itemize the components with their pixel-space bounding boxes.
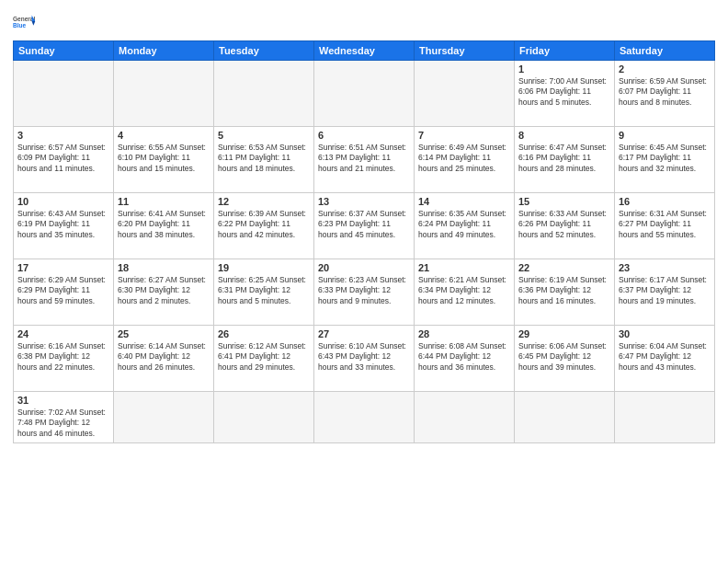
day-cell: 20Sunrise: 6:23 AM Sunset: 6:33 PM Dayli… xyxy=(314,259,415,326)
day-info: Sunrise: 6:35 AM Sunset: 6:24 PM Dayligh… xyxy=(418,209,510,240)
day-info: Sunrise: 6:25 AM Sunset: 6:31 PM Dayligh… xyxy=(218,275,310,306)
day-info: Sunrise: 6:59 AM Sunset: 6:07 PM Dayligh… xyxy=(619,76,711,108)
weekday-header-row: SundayMondayTuesdayWednesdayThursdayFrid… xyxy=(14,41,715,61)
day-info: Sunrise: 6:17 AM Sunset: 6:37 PM Dayligh… xyxy=(619,275,711,306)
day-cell xyxy=(214,61,314,127)
day-info: Sunrise: 7:00 AM Sunset: 6:06 PM Dayligh… xyxy=(518,76,610,108)
week-row-5: 24Sunrise: 6:16 AM Sunset: 6:38 PM Dayli… xyxy=(14,326,715,392)
day-cell: 24Sunrise: 6:16 AM Sunset: 6:38 PM Dayli… xyxy=(14,326,114,392)
day-info: Sunrise: 6:12 AM Sunset: 6:41 PM Dayligh… xyxy=(218,341,310,373)
day-number: 5 xyxy=(218,130,310,141)
weekday-saturday: Saturday xyxy=(615,41,715,61)
day-cell: 2Sunrise: 6:59 AM Sunset: 6:07 PM Daylig… xyxy=(615,61,715,127)
day-cell: 17Sunrise: 6:29 AM Sunset: 6:29 PM Dayli… xyxy=(14,259,114,326)
day-cell: 11Sunrise: 6:41 AM Sunset: 6:20 PM Dayli… xyxy=(114,193,214,259)
calendar-table: SundayMondayTuesdayWednesdayThursdayFrid… xyxy=(13,40,715,443)
day-number: 19 xyxy=(218,262,310,273)
day-cell: 12Sunrise: 6:39 AM Sunset: 6:22 PM Dayli… xyxy=(214,193,314,259)
day-info: Sunrise: 6:29 AM Sunset: 6:29 PM Dayligh… xyxy=(17,275,109,306)
day-cell xyxy=(214,392,314,443)
weekday-tuesday: Tuesday xyxy=(214,41,314,61)
day-number: 8 xyxy=(518,130,610,141)
day-info: Sunrise: 6:39 AM Sunset: 6:22 PM Dayligh… xyxy=(218,209,310,240)
day-info: Sunrise: 6:27 AM Sunset: 6:30 PM Dayligh… xyxy=(118,275,210,306)
day-cell: 8Sunrise: 6:47 AM Sunset: 6:16 PM Daylig… xyxy=(515,127,615,193)
day-cell: 18Sunrise: 6:27 AM Sunset: 6:30 PM Dayli… xyxy=(114,259,214,326)
day-cell: 28Sunrise: 6:08 AM Sunset: 6:44 PM Dayli… xyxy=(415,326,515,392)
day-info: Sunrise: 6:47 AM Sunset: 6:16 PM Dayligh… xyxy=(518,143,610,174)
day-cell: 31Sunrise: 7:02 AM Sunset: 7:48 PM Dayli… xyxy=(14,392,114,443)
day-cell: 26Sunrise: 6:12 AM Sunset: 6:41 PM Dayli… xyxy=(214,326,314,392)
day-number: 24 xyxy=(17,328,109,339)
day-info: Sunrise: 6:10 AM Sunset: 6:43 PM Dayligh… xyxy=(318,341,410,373)
day-number: 29 xyxy=(518,328,610,339)
day-cell xyxy=(314,392,415,443)
day-cell: 27Sunrise: 6:10 AM Sunset: 6:43 PM Dayli… xyxy=(314,326,415,392)
day-info: Sunrise: 6:41 AM Sunset: 6:20 PM Dayligh… xyxy=(118,209,210,240)
day-cell: 3Sunrise: 6:57 AM Sunset: 6:09 PM Daylig… xyxy=(14,127,114,193)
day-info: Sunrise: 6:23 AM Sunset: 6:33 PM Dayligh… xyxy=(318,275,410,306)
day-number: 17 xyxy=(17,262,109,273)
week-row-1: 1Sunrise: 7:00 AM Sunset: 6:06 PM Daylig… xyxy=(14,61,715,127)
weekday-wednesday: Wednesday xyxy=(314,41,415,61)
day-number: 16 xyxy=(619,196,711,207)
day-cell: 30Sunrise: 6:04 AM Sunset: 6:47 PM Dayli… xyxy=(615,326,715,392)
weekday-sunday: Sunday xyxy=(14,41,114,61)
day-number: 28 xyxy=(418,328,510,339)
svg-marker-3 xyxy=(32,21,36,26)
day-info: Sunrise: 6:16 AM Sunset: 6:38 PM Dayligh… xyxy=(17,341,109,373)
day-info: Sunrise: 6:19 AM Sunset: 6:36 PM Dayligh… xyxy=(518,275,610,306)
day-info: Sunrise: 6:21 AM Sunset: 6:34 PM Dayligh… xyxy=(418,275,510,306)
week-row-2: 3Sunrise: 6:57 AM Sunset: 6:09 PM Daylig… xyxy=(14,127,715,193)
day-number: 4 xyxy=(118,130,210,141)
day-info: Sunrise: 6:43 AM Sunset: 6:19 PM Dayligh… xyxy=(17,209,109,240)
day-cell: 15Sunrise: 6:33 AM Sunset: 6:26 PM Dayli… xyxy=(515,193,615,259)
day-info: Sunrise: 6:53 AM Sunset: 6:11 PM Dayligh… xyxy=(218,143,310,174)
day-cell: 1Sunrise: 7:00 AM Sunset: 6:06 PM Daylig… xyxy=(515,61,615,127)
day-number: 10 xyxy=(17,196,109,207)
day-info: Sunrise: 7:02 AM Sunset: 7:48 PM Dayligh… xyxy=(17,408,109,439)
day-cell: 5Sunrise: 6:53 AM Sunset: 6:11 PM Daylig… xyxy=(214,127,314,193)
day-cell xyxy=(415,392,515,443)
day-cell: 19Sunrise: 6:25 AM Sunset: 6:31 PM Dayli… xyxy=(214,259,314,326)
day-info: Sunrise: 6:31 AM Sunset: 6:27 PM Dayligh… xyxy=(619,209,711,240)
header: GeneralBlue xyxy=(13,9,715,35)
day-cell xyxy=(314,61,415,127)
day-number: 21 xyxy=(418,262,510,273)
day-cell: 16Sunrise: 6:31 AM Sunset: 6:27 PM Dayli… xyxy=(615,193,715,259)
day-cell xyxy=(515,392,615,443)
day-cell: 23Sunrise: 6:17 AM Sunset: 6:37 PM Dayli… xyxy=(615,259,715,326)
day-cell: 10Sunrise: 6:43 AM Sunset: 6:19 PM Dayli… xyxy=(14,193,114,259)
day-info: Sunrise: 6:51 AM Sunset: 6:13 PM Dayligh… xyxy=(318,143,410,174)
week-row-6: 31Sunrise: 7:02 AM Sunset: 7:48 PM Dayli… xyxy=(14,392,715,443)
day-number: 23 xyxy=(619,262,711,273)
svg-text:Blue: Blue xyxy=(13,22,26,29)
day-cell xyxy=(415,61,515,127)
day-number: 9 xyxy=(619,130,711,141)
day-number: 12 xyxy=(218,196,310,207)
day-cell: 22Sunrise: 6:19 AM Sunset: 6:36 PM Dayli… xyxy=(515,259,615,326)
day-number: 26 xyxy=(218,328,310,339)
weekday-monday: Monday xyxy=(114,41,214,61)
calendar-page: GeneralBlue SundayMondayTuesdayWednesday… xyxy=(0,0,728,563)
logo-icon: GeneralBlue xyxy=(13,9,39,35)
day-cell xyxy=(114,392,214,443)
day-number: 1 xyxy=(518,63,610,75)
weekday-thursday: Thursday xyxy=(415,41,515,61)
day-cell: 6Sunrise: 6:51 AM Sunset: 6:13 PM Daylig… xyxy=(314,127,415,193)
day-cell: 13Sunrise: 6:37 AM Sunset: 6:23 PM Dayli… xyxy=(314,193,415,259)
day-number: 13 xyxy=(318,196,410,207)
day-number: 6 xyxy=(318,130,410,141)
day-cell: 9Sunrise: 6:45 AM Sunset: 6:17 PM Daylig… xyxy=(615,127,715,193)
day-cell: 7Sunrise: 6:49 AM Sunset: 6:14 PM Daylig… xyxy=(415,127,515,193)
day-info: Sunrise: 6:06 AM Sunset: 6:45 PM Dayligh… xyxy=(518,341,610,373)
day-cell: 21Sunrise: 6:21 AM Sunset: 6:34 PM Dayli… xyxy=(415,259,515,326)
day-number: 2 xyxy=(619,63,711,75)
day-info: Sunrise: 6:55 AM Sunset: 6:10 PM Dayligh… xyxy=(118,143,210,174)
day-number: 30 xyxy=(619,328,711,339)
day-cell xyxy=(114,61,214,127)
day-info: Sunrise: 6:14 AM Sunset: 6:40 PM Dayligh… xyxy=(118,341,210,373)
day-cell: 25Sunrise: 6:14 AM Sunset: 6:40 PM Dayli… xyxy=(114,326,214,392)
day-number: 11 xyxy=(118,196,210,207)
week-row-3: 10Sunrise: 6:43 AM Sunset: 6:19 PM Dayli… xyxy=(14,193,715,259)
